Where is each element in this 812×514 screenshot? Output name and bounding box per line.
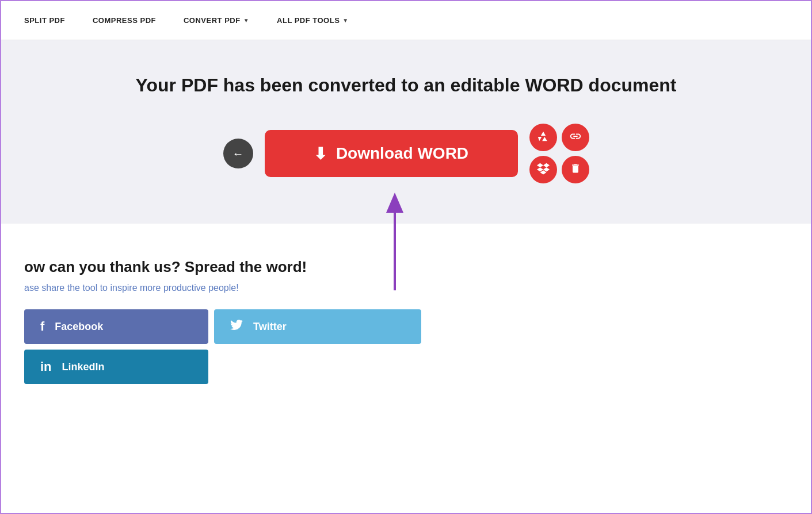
facebook-share-button[interactable]: f Facebook <box>24 309 208 344</box>
thank-title: ow can you thank us? Spread the word! <box>24 258 788 276</box>
nav-split-pdf[interactable]: SPLIT PDF <box>24 16 65 25</box>
action-row: ← ⬇ Download WORD <box>223 124 589 183</box>
action-icon-grid <box>529 124 589 183</box>
back-button[interactable]: ← <box>223 139 253 168</box>
convert-chevron-icon: ▼ <box>243 17 249 24</box>
nav-convert-pdf[interactable]: CONVERT PDF ▼ <box>184 16 249 25</box>
download-word-button[interactable]: ⬇ Download WORD <box>265 130 518 177</box>
link-icon <box>569 130 582 145</box>
dropbox-icon <box>537 162 550 178</box>
social-share-grid: f Facebook Twitter in LinkedIn <box>24 309 788 384</box>
copy-link-button[interactable] <box>562 124 589 151</box>
nav-compress-pdf[interactable]: COMPRESS PDF <box>93 16 156 25</box>
nav-all-pdf-tools[interactable]: ALL PDF TOOLS ▼ <box>277 16 349 25</box>
download-icon: ⬇ <box>314 144 327 163</box>
share-subtitle: ase share the tool to inspire more produ… <box>24 283 788 293</box>
delete-button[interactable] <box>562 156 589 183</box>
all-tools-chevron-icon: ▼ <box>342 17 348 24</box>
google-drive-icon <box>537 130 550 145</box>
linkedin-icon: in <box>40 359 52 374</box>
twitter-icon <box>230 319 243 335</box>
twitter-share-button[interactable]: Twitter <box>214 309 421 344</box>
hero-title: Your PDF has been converted to an editab… <box>136 75 677 96</box>
svg-marker-1 <box>386 193 403 213</box>
dropbox-button[interactable] <box>529 156 557 183</box>
hero-section: Your PDF has been converted to an editab… <box>1 40 811 224</box>
lower-section: ow can you thank us? Spread the word! as… <box>1 224 811 407</box>
facebook-icon: f <box>40 319 44 334</box>
delete-icon <box>570 163 581 177</box>
google-drive-button[interactable] <box>529 124 557 151</box>
linkedin-share-button[interactable]: in LinkedIn <box>24 350 208 384</box>
navbar: SPLIT PDF COMPRESS PDF CONVERT PDF ▼ ALL… <box>1 1 811 40</box>
